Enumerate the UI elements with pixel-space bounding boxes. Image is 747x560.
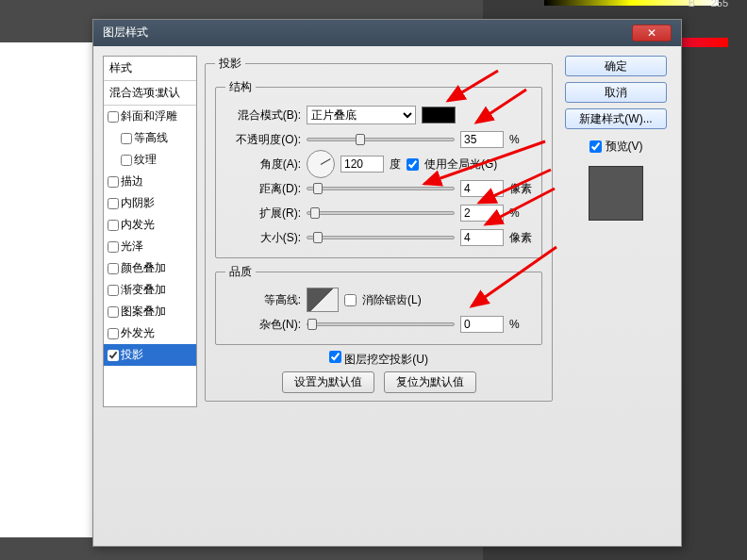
- b-channel-label: B: [689, 0, 695, 8]
- blend-mode-label: 混合模式(B):: [225, 107, 301, 124]
- layer-style-dialog: 图层样式 ✕ 样式 混合选项:默认 斜面和浮雕等高线纹理描边内阴影内发光光泽颜色…: [92, 19, 682, 547]
- size-input[interactable]: [460, 229, 504, 246]
- ok-button[interactable]: 确定: [565, 56, 667, 76]
- noise-input[interactable]: [460, 316, 504, 333]
- noise-unit: %: [509, 318, 532, 331]
- noise-label: 杂色(N):: [225, 317, 301, 333]
- titlebar[interactable]: 图层样式 ✕: [93, 20, 681, 46]
- style-item-9[interactable]: 图案叠加: [104, 301, 196, 322]
- distance-label: 距离(D):: [225, 181, 301, 197]
- contour-picker[interactable]: [307, 288, 339, 312]
- antialias-checkbox[interactable]: [344, 294, 357, 306]
- structure-title: 结构: [225, 79, 256, 95]
- spread-label: 扩展(R):: [225, 206, 301, 222]
- blend-mode-select[interactable]: 正片叠底: [307, 106, 416, 124]
- style-label: 内阴影: [121, 195, 155, 211]
- angle-unit: 度: [390, 156, 401, 173]
- style-checkbox[interactable]: [121, 133, 132, 144]
- style-checkbox[interactable]: [108, 111, 119, 123]
- style-label: 图案叠加: [121, 304, 166, 320]
- style-item-6[interactable]: 光泽: [104, 236, 196, 257]
- spread-input[interactable]: [460, 205, 504, 222]
- style-item-3[interactable]: 描边: [104, 171, 196, 192]
- size-slider[interactable]: [307, 236, 455, 239]
- distance-slider[interactable]: [307, 187, 455, 190]
- style-checkbox[interactable]: [108, 241, 119, 253]
- preview-checkbox[interactable]: [589, 140, 602, 153]
- spread-unit: %: [509, 206, 532, 220]
- section-title: 投影: [215, 56, 245, 72]
- angle-dial[interactable]: [307, 150, 335, 178]
- opacity-label: 不透明度(O):: [225, 132, 301, 148]
- angle-input[interactable]: [340, 156, 384, 173]
- preview-label: 预览(V): [606, 139, 643, 155]
- quality-group: 品质 等高线: 消除锯齿(L) 杂色(N): %: [215, 264, 542, 345]
- style-item-11[interactable]: 投影: [104, 344, 196, 366]
- b-channel-value: 255: [711, 0, 728, 8]
- drop-shadow-group: 投影 结构 混合模式(B): 正片叠底 不透明度(O): %: [205, 56, 553, 402]
- style-label: 纹理: [134, 152, 157, 168]
- close-button[interactable]: ✕: [632, 25, 672, 41]
- style-checkbox[interactable]: [108, 306, 119, 318]
- style-item-4[interactable]: 内阴影: [104, 192, 196, 214]
- new-style-button[interactable]: 新建样式(W)...: [565, 108, 667, 129]
- size-unit: 像素: [509, 230, 532, 246]
- style-checkbox[interactable]: [121, 155, 132, 166]
- style-label: 内发光: [121, 217, 155, 233]
- quality-title: 品质: [225, 264, 256, 280]
- angle-label: 角度(A):: [225, 156, 301, 173]
- style-label: 渐变叠加: [121, 282, 166, 298]
- antialias-label: 消除锯齿(L): [362, 292, 422, 308]
- style-label: 描边: [121, 173, 143, 189]
- style-checkbox[interactable]: [108, 263, 119, 274]
- dialog-title: 图层样式: [103, 25, 148, 41]
- style-item-1[interactable]: 等高线: [104, 127, 196, 149]
- style-checkbox[interactable]: [108, 176, 119, 188]
- knockout-label: 图层挖空投影(U): [344, 353, 428, 366]
- style-label: 颜色叠加: [121, 260, 166, 276]
- style-item-8[interactable]: 渐变叠加: [104, 279, 196, 301]
- style-label: 等高线: [134, 130, 168, 146]
- style-label: 投影: [121, 347, 143, 363]
- styles-list: 样式 混合选项:默认 斜面和浮雕等高线纹理描边内阴影内发光光泽颜色叠加渐变叠加图…: [103, 56, 197, 407]
- style-label: 光泽: [121, 239, 143, 255]
- style-item-7[interactable]: 颜色叠加: [104, 257, 196, 279]
- global-light-checkbox[interactable]: [407, 158, 419, 171]
- style-label: 外发光: [121, 325, 155, 341]
- opacity-slider[interactable]: [307, 138, 455, 141]
- distance-unit: 像素: [509, 181, 532, 197]
- opacity-unit: %: [509, 133, 532, 146]
- opacity-input[interactable]: [460, 131, 504, 148]
- style-checkbox[interactable]: [108, 198, 119, 209]
- reset-default-button[interactable]: 复位为默认值: [384, 371, 476, 393]
- set-default-button[interactable]: 设置为默认值: [282, 371, 374, 393]
- blend-options-header[interactable]: 混合选项:默认: [104, 81, 196, 106]
- size-label: 大小(S):: [225, 230, 301, 246]
- style-checkbox[interactable]: [108, 350, 119, 361]
- style-checkbox[interactable]: [108, 220, 119, 231]
- preview-swatch: [589, 166, 643, 221]
- style-item-0[interactable]: 斜面和浮雕: [104, 106, 196, 127]
- knockout-checkbox[interactable]: [329, 351, 341, 363]
- spread-slider[interactable]: [307, 211, 455, 215]
- structure-group: 结构 混合模式(B): 正片叠底 不透明度(O): %: [215, 79, 542, 258]
- contour-label: 等高线:: [225, 292, 301, 308]
- style-item-2[interactable]: 纹理: [104, 149, 196, 171]
- distance-input[interactable]: [460, 180, 504, 197]
- style-checkbox[interactable]: [108, 285, 119, 296]
- style-label: 斜面和浮雕: [121, 108, 177, 124]
- shadow-color-swatch[interactable]: [422, 107, 456, 124]
- styles-header[interactable]: 样式: [104, 57, 196, 81]
- noise-slider[interactable]: [307, 322, 455, 326]
- style-item-5[interactable]: 内发光: [104, 214, 196, 236]
- style-item-10[interactable]: 外发光: [104, 322, 196, 344]
- global-light-label: 使用全局光(G): [424, 156, 497, 173]
- style-checkbox[interactable]: [108, 328, 119, 339]
- cancel-button[interactable]: 取消: [565, 82, 667, 103]
